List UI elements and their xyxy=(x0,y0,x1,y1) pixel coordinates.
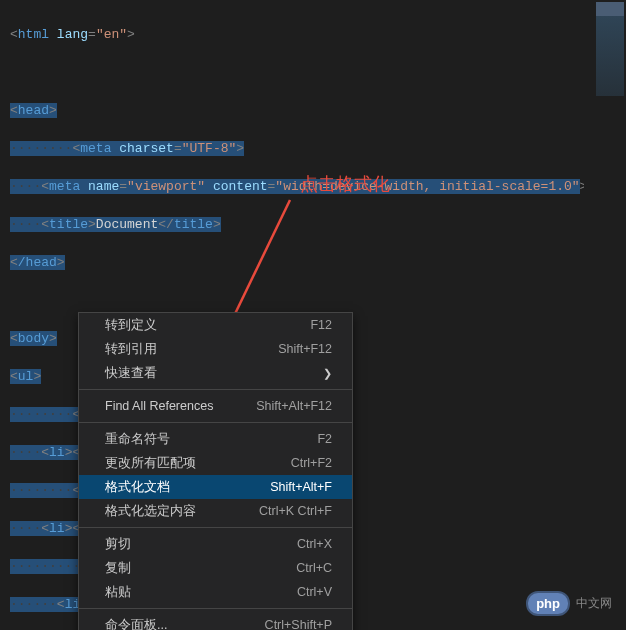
menu-format-selection[interactable]: 格式化选定内容Ctrl+K Ctrl+F xyxy=(79,499,352,523)
menu-goto-reference[interactable]: 转到引用Shift+F12 xyxy=(79,337,352,361)
menu-copy[interactable]: 复制Ctrl+C xyxy=(79,556,352,580)
menu-find-all-references[interactable]: Find All ReferencesShift+Alt+F12 xyxy=(79,394,352,418)
menu-separator xyxy=(79,527,352,528)
menu-command-palette[interactable]: 命令面板...Ctrl+Shift+P xyxy=(79,613,352,630)
menu-change-all-matches[interactable]: 更改所有匹配项Ctrl+F2 xyxy=(79,451,352,475)
php-badge-icon: php xyxy=(526,591,570,616)
minimap-viewport xyxy=(596,2,624,16)
annotation-label: 点击格式化 xyxy=(300,172,390,196)
minimap-content xyxy=(596,16,624,96)
menu-format-document[interactable]: 格式化文档Shift+Alt+F xyxy=(79,475,352,499)
menu-paste[interactable]: 粘贴Ctrl+V xyxy=(79,580,352,604)
menu-separator xyxy=(79,389,352,390)
watermark: php 中文网 xyxy=(526,591,612,616)
minimap[interactable] xyxy=(584,0,626,630)
menu-rename-symbol[interactable]: 重命名符号F2 xyxy=(79,427,352,451)
watermark-text: 中文网 xyxy=(576,595,612,612)
menu-separator xyxy=(79,608,352,609)
menu-goto-definition[interactable]: 转到定义F12 xyxy=(79,313,352,337)
menu-quick-look[interactable]: 快速查看❯ xyxy=(79,361,352,385)
chevron-right-icon: ❯ xyxy=(323,367,332,380)
menu-cut[interactable]: 剪切Ctrl+X xyxy=(79,532,352,556)
context-menu: 转到定义F12 转到引用Shift+F12 快速查看❯ Find All Ref… xyxy=(78,312,353,630)
menu-separator xyxy=(79,422,352,423)
